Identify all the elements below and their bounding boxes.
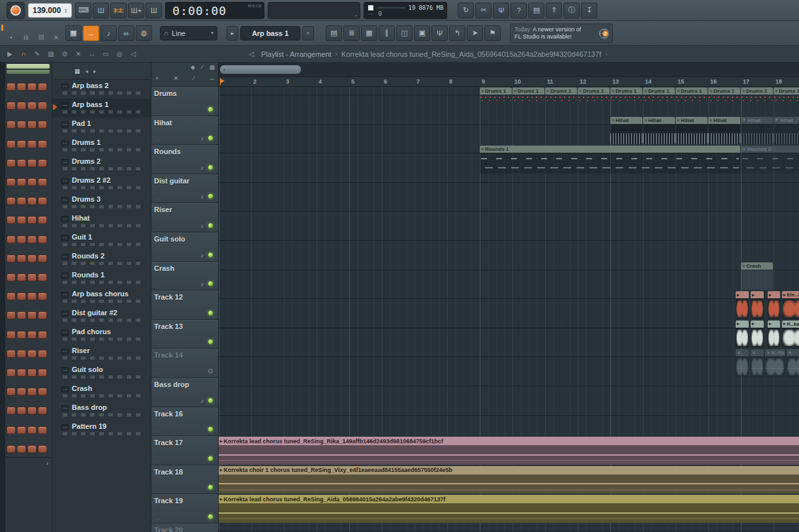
sync-button[interactable]: ↻ xyxy=(458,3,474,18)
pattern-item[interactable]: Arp bass 2 xyxy=(52,80,151,99)
picker-bars-button[interactable]: ılı xyxy=(20,31,32,43)
piano-roll-button[interactable]: ♪ xyxy=(101,25,117,41)
pattern-clip[interactable]: ≡Drums 1 xyxy=(708,87,740,116)
hscrollbar-handle[interactable]: ‹ xyxy=(220,65,301,74)
render-button[interactable]: ⇑ xyxy=(546,3,562,18)
pattern-item[interactable]: Pad 1 xyxy=(52,117,151,136)
step-cell[interactable] xyxy=(38,369,47,377)
step-cell[interactable] xyxy=(7,102,16,110)
slope-tool-icon[interactable]: ∕ xyxy=(202,64,203,70)
picker-columns-button[interactable]: ΙΙΙ xyxy=(35,31,47,43)
step-cell[interactable] xyxy=(7,369,16,377)
draw-tool-button[interactable]: ✎ xyxy=(31,48,43,60)
track-header[interactable]: Dist guitar...♪ xyxy=(151,174,219,204)
gift-button[interactable]: ◍ xyxy=(136,25,152,41)
pattern-clip[interactable]: ≡Drums 1 xyxy=(512,87,544,116)
playlist-hscrollbar[interactable]: ‹ xyxy=(219,63,799,77)
step-cell[interactable] xyxy=(17,445,26,453)
track-header[interactable]: Track 14... xyxy=(151,349,219,378)
pattern-clip[interactable]: ≡Crash xyxy=(741,262,773,290)
step-cell[interactable] xyxy=(7,445,16,453)
step-cell[interactable] xyxy=(17,102,26,110)
track-mute-led[interactable] xyxy=(208,194,213,198)
audio-clip[interactable]: ✕K..fb8 xyxy=(765,349,785,377)
pattern-next-button[interactable]: ▸ xyxy=(93,68,97,74)
add-track-button[interactable]: + xyxy=(155,75,159,82)
step-sequencer-button[interactable]: ▤ xyxy=(326,25,342,41)
pattern-clip[interactable]: ≡Drums 1 xyxy=(676,87,708,116)
step-cell[interactable] xyxy=(27,197,37,205)
step-cell[interactable] xyxy=(38,292,47,300)
step-cell[interactable] xyxy=(27,121,37,129)
windows-button[interactable]: ◫ xyxy=(396,25,413,41)
pattern-clip[interactable]: ≡Drums 1 xyxy=(610,87,642,116)
track-mute-led[interactable] xyxy=(208,107,213,112)
step-cell[interactable] xyxy=(7,159,16,167)
pattern-selector[interactable]: Arp bass 1 xyxy=(240,26,300,40)
track-mute-led[interactable] xyxy=(208,223,213,228)
pattern-item[interactable]: Drums 2 xyxy=(52,155,151,174)
step-cell[interactable] xyxy=(38,83,47,91)
save-button[interactable]: ▤ xyxy=(528,3,544,18)
playlist-grid[interactable]: ≡Drums 1≡Drums 1≡Drums 1≡Drums 1≡Drums 1… xyxy=(219,87,799,532)
track-mute-led[interactable] xyxy=(208,136,213,140)
track-mute-led[interactable] xyxy=(208,311,213,315)
channel-rack-button[interactable]: ▦ xyxy=(65,25,82,41)
overdub-button[interactable]: Ш xyxy=(146,3,162,18)
pattern-item[interactable]: Riser xyxy=(52,345,151,364)
timeline-ruler[interactable]: 23456789101112131415161718 xyxy=(219,77,799,87)
audio-clip[interactable]: ▸ xyxy=(768,321,780,349)
pattern-item[interactable]: Arp bass 1 xyxy=(52,99,151,117)
step-cell[interactable] xyxy=(7,197,16,205)
pattern-item[interactable]: Guit solo xyxy=(52,364,151,383)
pattern-prev-button[interactable]: ◂ xyxy=(86,68,89,74)
step-cell[interactable] xyxy=(38,350,47,358)
step-cell[interactable] xyxy=(17,216,26,224)
snap-selector[interactable]: ∩ Line ▾ xyxy=(160,26,217,40)
step-cell[interactable] xyxy=(27,216,37,224)
arrangement-name[interactable]: Korrekta lead chorus tuned_ReSing_Aida_0… xyxy=(341,50,601,58)
track-header[interactable]: Track 12... xyxy=(151,290,219,320)
typing-keyboard-button[interactable]: ⌨ xyxy=(75,3,91,18)
main-volume-knob[interactable] xyxy=(7,2,25,19)
track-mute-led[interactable] xyxy=(208,485,213,490)
pattern-item[interactable]: Pad chorus xyxy=(52,326,151,345)
step-cell[interactable] xyxy=(27,311,37,319)
pattern-item[interactable]: Drums 2 #2 xyxy=(52,174,151,193)
step-cell[interactable] xyxy=(27,102,37,110)
step-cell[interactable] xyxy=(7,331,16,339)
delete-track-button[interactable]: ✕ xyxy=(174,75,179,82)
slope-button[interactable]: ∕ xyxy=(193,75,195,82)
step-cell[interactable] xyxy=(7,350,16,358)
track-header[interactable]: Track 20... xyxy=(151,524,219,532)
pattern-clip[interactable]: ≡Drums 1 xyxy=(545,87,577,116)
step-cell[interactable] xyxy=(27,140,37,148)
pattern-grid-button[interactable]: ▦ xyxy=(74,68,80,74)
step-cell[interactable] xyxy=(17,121,26,129)
pattern-clip[interactable]: ≡Drums 1 xyxy=(774,87,799,116)
track-header[interactable]: Track 18... xyxy=(151,465,219,495)
step-cell[interactable] xyxy=(7,255,16,262)
step-cell[interactable] xyxy=(17,407,26,415)
pattern-add-button[interactable]: + xyxy=(302,26,314,40)
audio-clip[interactable]: ▸ xyxy=(736,291,749,319)
step-cell[interactable] xyxy=(27,426,37,434)
step-cell[interactable] xyxy=(17,292,26,300)
step-cell[interactable] xyxy=(7,292,16,300)
step-cell[interactable] xyxy=(7,388,16,396)
step-cell[interactable] xyxy=(38,102,47,110)
step-cell[interactable] xyxy=(38,216,47,224)
panel-icon[interactable]: ◁ xyxy=(245,48,257,60)
pattern-item[interactable]: Pattern 19 xyxy=(52,420,151,439)
step-cell[interactable] xyxy=(7,274,16,281)
step-cell[interactable] xyxy=(7,121,16,129)
grid-button[interactable]: ▦ xyxy=(361,25,377,41)
pattern-item[interactable]: Arp bass chorus xyxy=(52,288,151,307)
picker-close-button[interactable]: ✕ xyxy=(50,31,62,43)
start-marker-icon[interactable] xyxy=(220,78,225,84)
step-cell[interactable] xyxy=(17,331,26,339)
step-cell[interactable] xyxy=(17,159,26,167)
clone-button[interactable]: ▣ xyxy=(414,25,430,41)
mic-button[interactable]: Ψ xyxy=(493,3,509,18)
pattern-clip[interactable]: ≡Hihat xyxy=(676,117,708,145)
